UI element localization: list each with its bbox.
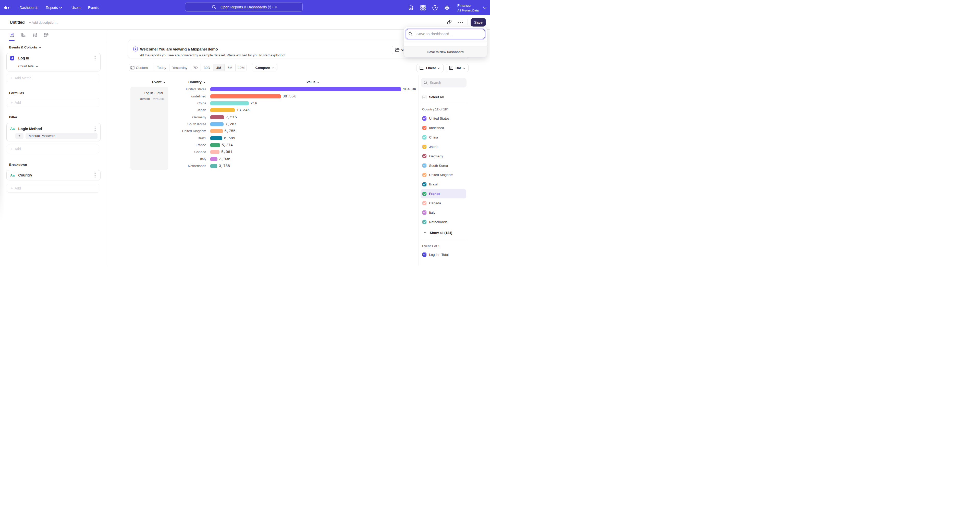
svg-text:?: ? (434, 6, 436, 10)
